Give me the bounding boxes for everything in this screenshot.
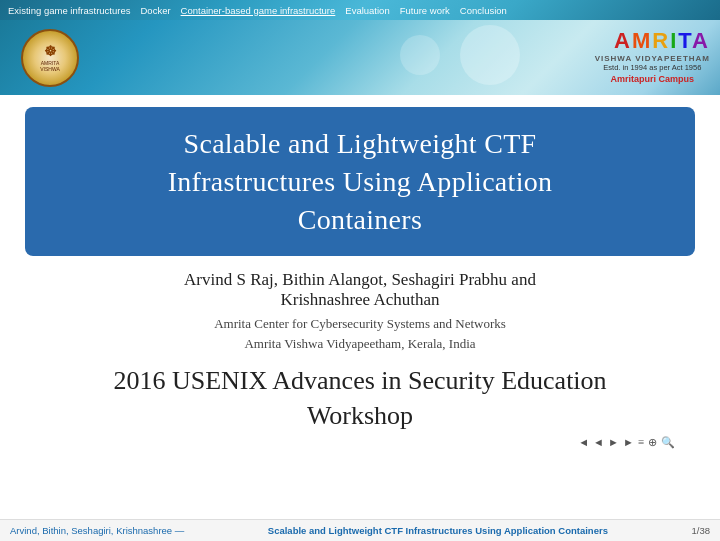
authors-section: Arvind S Raj, Bithin Alangot, Seshagiri … [25,270,695,353]
amrita-logo: ☸ AMRITAVISHWA [21,29,79,87]
arrow-right2[interactable]: ► [623,436,634,448]
letter-r: R [652,28,670,53]
arrow-left[interactable]: ◄ [578,436,589,448]
footer-title[interactable]: Scalable and Lightweight CTF Infrastruct… [194,525,681,536]
letter-a2: A [692,28,710,53]
arrow-left2[interactable]: ◄ [593,436,604,448]
nav-search[interactable]: 🔍 [661,436,675,449]
title-box: Scalable and Lightweight CTF Infrastruct… [25,107,695,256]
logo-area: ☸ AMRITAVISHWA [10,25,90,90]
nav-arrows: ◄ ◄ ► ► ≡ ⊕ 🔍 [25,434,695,449]
nav-item-docker[interactable]: Docker [141,5,171,16]
affiliation: Amrita Center for Cybersecurity Systems … [25,314,695,353]
footer: Arvind, Bithin, Seshagiri, Krishnashree … [0,519,720,541]
amrita-established: Estd. in 1994 as per Act 1956 [595,63,710,74]
letter-m: M [632,28,652,53]
nav-item-conclusion[interactable]: Conclusion [460,5,507,16]
nav-item-future[interactable]: Future work [400,5,450,16]
amrita-branding: AMRITA VISHWA VIDYAPEETHAM Estd. in 1994… [595,28,710,84]
nav-item-existing[interactable]: Existing game infrastructures [8,5,131,16]
top-navigation: Existing game infrastructures Docker Con… [0,0,720,20]
arrow-eq[interactable]: ≡ [638,436,644,448]
arrow-right[interactable]: ► [608,436,619,448]
amrita-title: AMRITA [595,28,710,54]
amrita-campus: Amritapuri Campus [595,74,710,84]
logo-symbol: ☸ [44,43,57,60]
footer-page: 1/38 [692,525,711,536]
author-names: Arvind S Raj, Bithin Alangot, Seshagiri … [25,270,695,310]
logo-text: AMRITAVISHWA [40,60,60,72]
nav-items: Existing game infrastructures Docker Con… [8,5,507,16]
letter-a: A [614,28,632,53]
footer-em-dash: — [172,525,184,536]
conference-section: 2016 USENIX Advances in Security Educati… [25,363,695,433]
letter-t: T [678,28,692,53]
footer-author-names: Arvind, Bithin, Seshagiri, Krishnashree [10,525,172,536]
nav-zoom[interactable]: ⊕ [648,436,657,449]
presentation-title: Scalable and Lightweight CTF Infrastruct… [45,125,675,238]
header-section: ☸ AMRITAVISHWA AMRITA VISHWA VIDYAPEETHA… [0,20,720,95]
logo-inner: ☸ AMRITAVISHWA [25,33,75,83]
main-content: Scalable and Lightweight CTF Infrastruct… [0,95,720,457]
conference-title: 2016 USENIX Advances in Security Educati… [25,363,695,433]
amrita-vishwa: VISHWA VIDYAPEETHAM [595,54,710,63]
footer-authors: Arvind, Bithin, Seshagiri, Krishnashree … [10,525,184,536]
nav-item-container[interactable]: Container-based game infrastructure [181,5,336,16]
nav-item-evaluation[interactable]: Evaluation [345,5,389,16]
